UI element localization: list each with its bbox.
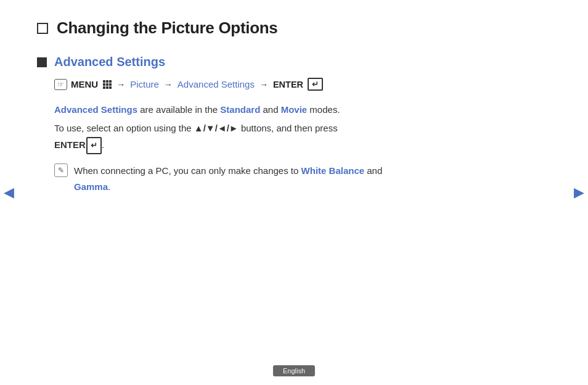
- footer-language: English: [273, 365, 315, 376]
- path-advanced-settings: Advanced Settings: [178, 79, 255, 89]
- movie-link: Movie: [281, 104, 308, 115]
- note-icon: ✎: [54, 164, 68, 177]
- enter-text: ENTER: [54, 139, 86, 150]
- desc2-part2: buttons, and then press: [239, 123, 338, 133]
- right-nav-arrow[interactable]: ▶: [574, 184, 584, 201]
- desc2-part1: To use, select an option using the: [54, 123, 194, 133]
- note-text: When connecting a PC, you can only make …: [74, 163, 382, 194]
- grid-icon: [103, 80, 112, 89]
- arrow2: →: [164, 80, 173, 89]
- hand-icon: ☞: [54, 79, 67, 90]
- note-part1: When connecting a PC, you can only make …: [74, 165, 301, 176]
- note-part2: and: [364, 165, 382, 176]
- menu-path-row: ☞ MENU → Picture → Advanced Settings → E…: [54, 78, 505, 91]
- left-nav-arrow[interactable]: ◀: [4, 184, 14, 201]
- checkbox-icon: [37, 23, 48, 34]
- standard-link: Standard: [220, 104, 260, 115]
- advanced-settings-link: Advanced Settings: [54, 104, 137, 115]
- desc1-part6: modes.: [307, 104, 340, 115]
- enter-label: ENTER: [273, 80, 303, 89]
- note-block: ✎ When connecting a PC, you can only mak…: [54, 163, 505, 194]
- desc-line1: Advanced Settings are available in the S…: [54, 102, 505, 118]
- enter-icon2: ↵: [86, 137, 102, 154]
- desc-enter-row: ENTER↵.: [54, 137, 505, 154]
- section-header-row: Advanced Settings: [37, 55, 505, 69]
- section-title: Advanced Settings: [54, 55, 165, 69]
- page-title: Changing the Picture Options: [57, 19, 278, 38]
- desc1-part4: and: [260, 104, 280, 115]
- nav-buttons: ▲/▼/◄/►: [194, 123, 239, 133]
- main-content: Changing the Picture Options Advanced Se…: [0, 0, 542, 213]
- period: .: [102, 139, 104, 150]
- note-part3: .: [108, 181, 110, 192]
- filled-square-icon: [37, 57, 47, 67]
- arrow3: →: [259, 80, 268, 89]
- menu-label: MENU: [71, 79, 98, 89]
- enter-icon: ↵: [308, 78, 323, 91]
- desc1-part2: are available in the: [137, 104, 220, 115]
- description-block: Advanced Settings are available in the S…: [54, 102, 505, 154]
- white-balance-link: White Balance: [301, 165, 365, 176]
- desc-line2: To use, select an option using the ▲/▼/◄…: [54, 120, 505, 136]
- arrow1: →: [116, 80, 125, 89]
- gamma-link: Gamma: [74, 181, 108, 192]
- page-title-row: Changing the Picture Options: [37, 19, 505, 38]
- path-picture: Picture: [130, 79, 159, 89]
